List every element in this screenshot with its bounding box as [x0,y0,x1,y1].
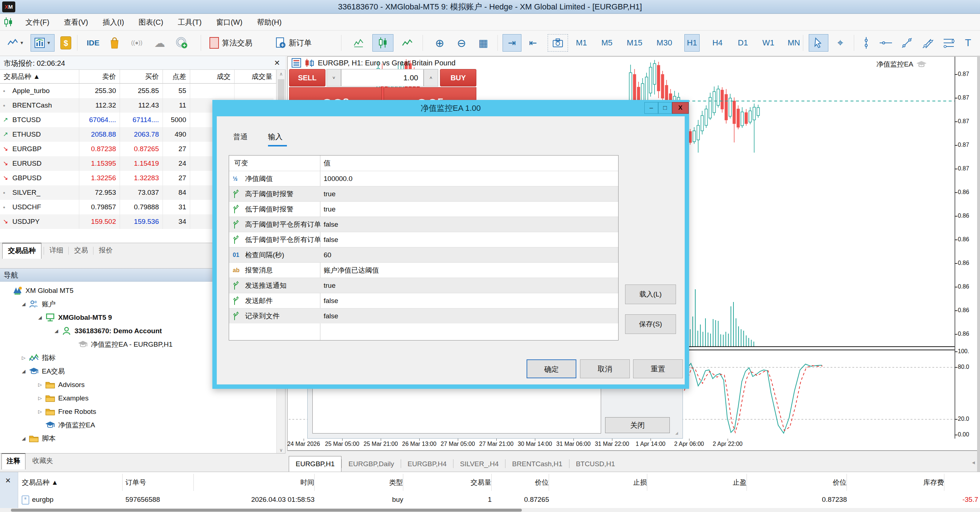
toolbox-column-1[interactable]: 订单号 [126,474,194,491]
toolbox-column-0[interactable]: 交易品种 ▲ [22,474,123,491]
algo-trading-button[interactable]: 算法交易 [210,34,252,52]
expanded-icon[interactable]: ◢ [20,365,27,378]
chart-autoscroll-icon[interactable]: ⇤ [523,34,542,52]
cancel-button[interactable]: 取消 [580,359,630,378]
timeframe-D1[interactable]: D1 [735,34,751,52]
navigator-item-Free-Robots[interactable]: ▷Free Robots [0,405,276,418]
timeframe-M5[interactable]: M5 [599,34,614,52]
param-value[interactable]: false [324,217,338,232]
buy-button[interactable]: BUY [440,69,476,87]
toolbox-column-7[interactable]: 止盈 [650,474,747,491]
parameter-row[interactable]: 发送推送通知true [229,277,618,293]
resize-grip-icon[interactable]: ◢ [675,431,681,437]
candle-chart-button[interactable] [372,34,393,52]
toolbox-close-icon[interactable]: ✕ [5,476,11,485]
chart-tab-EURGBP-H4[interactable]: EURGBP,H4 [401,457,453,472]
parameter-row[interactable]: 01检查间隔(秒)60 [229,247,618,262]
dialog-maximize-button[interactable]: □ [658,102,672,114]
tile-windows-icon[interactable]: ▦ [475,34,492,52]
menu-item-W[interactable]: 窗口(W) [209,14,250,30]
chart-tab-BTCUSD-H1[interactable]: BTCUSD,H1 [570,457,622,472]
market-watch-tab-2[interactable]: 交易 [71,243,91,259]
menu-item-C[interactable]: 图表(C) [131,14,170,30]
column-header-4[interactable]: 成交 [190,70,235,84]
menu-item-F[interactable]: 文件(F) [18,14,57,30]
collapsed-icon[interactable]: ▷ [37,405,44,418]
tab-common[interactable]: 普通 [233,132,248,142]
timeframe-H4[interactable]: H4 [710,34,725,52]
param-value[interactable]: 账户净值已达阈值 [324,263,379,278]
column-header-3[interactable]: 点差 [163,70,190,84]
market-watch-tab-1[interactable]: 详细 [46,243,66,259]
alert-close-button[interactable]: 关闭 [605,417,670,433]
market-bag-icon[interactable] [107,34,122,52]
tick-chart-button[interactable] [350,34,367,52]
chart-menu-icon[interactable] [292,58,301,68]
param-value[interactable]: true [324,202,336,217]
line-chart-button[interactable] [399,34,416,52]
timeframe-M15[interactable]: M15 [625,34,644,52]
parameter-row[interactable]: 高于阈值时报警true [229,186,618,201]
market-watch-row[interactable]: ●Apple_turbo255.30255.8555 [0,84,274,98]
expanded-icon[interactable]: ◢ [53,324,60,338]
zoom-out-icon[interactable]: ⊖ [453,34,470,52]
param-value[interactable]: false [324,293,338,309]
ide-button[interactable]: IDE [83,34,103,52]
chart-shift-icon[interactable]: ⇥ [503,34,522,52]
menu-item-H[interactable]: 帮助(H) [250,14,289,30]
trendline-tool-icon[interactable] [899,34,915,52]
dialog-close-button[interactable]: X [672,102,689,114]
volume-decrease-button[interactable]: ˅ [326,69,341,87]
collapsed-icon[interactable]: ▷ [37,378,44,392]
crosshair-icon[interactable]: ⌖ [832,34,849,52]
chart-tab-SILVER_-H4[interactable]: SILVER_,H4 [453,457,505,472]
navigator-item---[interactable]: ◢脚本 [0,432,276,445]
community-icon[interactable] [173,34,191,52]
tab-scroll-left-icon[interactable]: ◂ [972,459,975,466]
param-value[interactable]: false [324,309,338,324]
chart-tab-BRENTCash-H1[interactable]: BRENTCash,H1 [506,457,569,472]
market-watch-close-icon[interactable]: ✕ [272,58,282,68]
column-header-5[interactable]: 成交量 [235,70,276,84]
timeframe-MN[interactable]: MN [786,34,802,52]
timeframe-M1[interactable]: M1 [574,34,589,52]
vertical-line-tool-icon[interactable] [859,34,873,52]
param-value[interactable]: true [324,186,336,202]
parameter-row[interactable]: 发送邮件false [229,293,618,308]
param-value[interactable]: 100000.0 [324,171,352,186]
dialog-minimize-button[interactable]: – [644,102,658,114]
toolbox-column-9[interactable]: 库存费 [850,474,944,491]
toolbox-column-3[interactable]: 类型 [317,474,403,491]
toolbox-column-5[interactable]: 价位 [495,474,549,491]
toolbox-column-2[interactable]: 时间 [194,474,315,491]
expanded-icon[interactable]: ◢ [20,432,27,445]
cursor-icon[interactable] [809,34,828,52]
navigator-item-----EA[interactable]: 净值监控EA [0,418,276,432]
parameter-row[interactable]: 低于阈值时报警true [229,201,618,217]
timeframe-H1[interactable]: H1 [684,34,700,52]
one-click-toggle-icon[interactable] [305,58,314,68]
parameter-row[interactable]: 低于阈值时平仓所有订单false [229,232,618,247]
menu-item-T[interactable]: 工具(T) [170,14,209,30]
parameter-row[interactable]: 记录到文件false [229,308,618,323]
sell-button[interactable]: SELL [289,69,325,87]
timeframe-M30[interactable]: M30 [655,34,674,52]
volume-increase-button[interactable]: ˄ [424,69,438,87]
param-value[interactable]: false [324,232,338,247]
toolbox-column-8[interactable]: 价位 [750,474,847,491]
alert-text-area[interactable] [312,386,601,434]
scroll-up-icon[interactable]: ∧ [277,70,285,78]
save-button[interactable]: 保存(S) [625,314,676,334]
column-header-0[interactable]: 交易品种 ▲ [0,70,79,84]
deposit-dollar-button[interactable]: $ [59,34,73,52]
chart-tab-EURGBP-Daily[interactable]: EURGBP,Daily [342,457,400,472]
fibonacci-tool-icon[interactable] [941,34,957,52]
timeframe-W1[interactable]: W1 [761,34,776,52]
tab-inputs[interactable]: 输入 [268,132,283,142]
chart-type-line-button[interactable]: ▼ [4,34,27,52]
channel-tool-icon[interactable] [920,34,936,52]
collapsed-icon[interactable]: ▷ [37,392,44,405]
param-value[interactable]: true [324,278,336,293]
market-watch-tab-0[interactable]: 交易品种 [2,243,41,259]
expanded-icon[interactable]: ◢ [37,311,44,324]
